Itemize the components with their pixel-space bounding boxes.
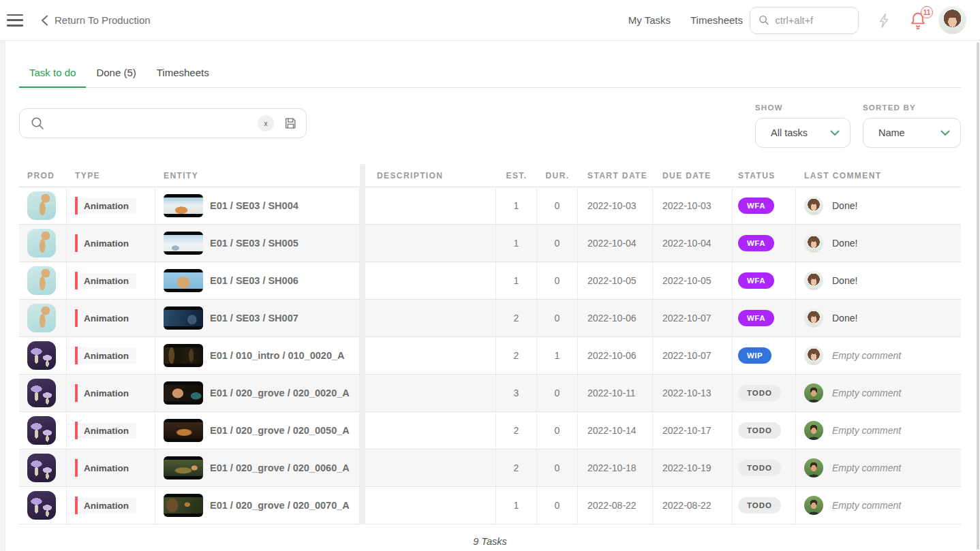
entity-link[interactable]: E01 / 020_grove / 020_0060_A: [210, 462, 350, 473]
table-row[interactable]: Animation E01 / 020_grove / 020_0050_A 2…: [19, 412, 961, 450]
tab-timesheets[interactable]: Timesheets: [147, 60, 219, 88]
entity-link[interactable]: E01 / SE03 / SH004: [210, 200, 298, 211]
task-tabs: Task to do Done (5) Timesheets: [19, 60, 961, 88]
status-badge[interactable]: TODO: [738, 385, 781, 401]
entity-link[interactable]: E01 / 010_intro / 010_0020_A: [210, 350, 345, 361]
window-edge-strip: [0, 20, 5, 551]
start-date-cell: 2022-10-06: [578, 337, 653, 374]
show-select[interactable]: All tasks: [755, 118, 851, 148]
flash-icon: [876, 12, 893, 29]
chevron-down-icon: [940, 130, 950, 136]
estimation-cell: 2: [496, 337, 537, 374]
entity-thumbnail: [164, 456, 203, 479]
production-thumbnail: [27, 491, 56, 520]
table-row[interactable]: Animation E01 / SE03 / SH004 1 0 2022-10…: [19, 187, 961, 225]
entity-link[interactable]: E01 / SE03 / SH006: [210, 275, 298, 286]
entity-link[interactable]: E01 / SE03 / SH007: [210, 313, 298, 324]
status-badge[interactable]: WFA: [738, 235, 774, 251]
due-date-cell: 2022-10-17: [653, 412, 733, 449]
timesheets-link[interactable]: Timesheets: [690, 14, 743, 26]
task-type-badge: Animation: [75, 347, 136, 364]
task-type-label: Animation: [78, 348, 136, 364]
task-type-badge: Animation: [75, 497, 136, 514]
commenter-avatar: [804, 271, 823, 290]
duration-cell: 0: [537, 262, 578, 299]
entity-link[interactable]: E01 / 020_grove / 020_0070_A: [210, 500, 350, 511]
my-tasks-link[interactable]: My Tasks: [628, 14, 671, 26]
entity-link[interactable]: E01 / SE03 / SH005: [210, 238, 298, 249]
header-description: DESCRIPTION: [360, 164, 496, 187]
vertical-scrollbar[interactable]: [977, 42, 979, 550]
global-search-input[interactable]: [776, 15, 850, 26]
start-date-cell: 2022-10-03: [578, 187, 653, 224]
table-row[interactable]: Animation E01 / 020_grove / 020_0060_A 2…: [19, 450, 961, 487]
entity-thumbnail: [164, 194, 203, 217]
task-type-badge: Animation: [75, 384, 136, 402]
filter-search-icon: [31, 116, 44, 130]
status-badge[interactable]: WFA: [738, 272, 774, 289]
tab-task-to-do[interactable]: Task to do: [19, 60, 86, 88]
description-cell: [360, 187, 496, 224]
task-type-badge: Animation: [75, 272, 136, 289]
status-badge[interactable]: TODO: [738, 497, 781, 514]
status-badge[interactable]: TODO: [738, 460, 781, 476]
task-filter-input[interactable]: [51, 118, 258, 129]
due-date-cell: 2022-10-05: [653, 262, 733, 299]
entity-thumbnail: [164, 494, 203, 517]
production-thumbnail: [27, 191, 56, 220]
table-header-row: PROD TYPE ENTITY DESCRIPTION EST. DUR. S…: [19, 164, 961, 187]
status-badge[interactable]: WFA: [738, 198, 774, 214]
entity-link[interactable]: E01 / 020_grove / 020_0050_A: [210, 425, 350, 436]
estimation-cell: 3: [496, 375, 537, 411]
duration-cell: 1: [537, 337, 578, 374]
sorted-by-select[interactable]: Name: [863, 118, 961, 148]
header-status: STATUS: [733, 164, 796, 187]
entity-link[interactable]: E01 / 020_grove / 020_0020_A: [210, 388, 350, 398]
start-date-cell: 2022-10-04: [578, 225, 653, 262]
show-select-value: All tasks: [771, 127, 808, 138]
start-date-cell: 2022-08-22: [578, 487, 653, 524]
duration-cell: 0: [537, 300, 578, 336]
last-comment-text: Done!: [832, 238, 857, 249]
user-avatar[interactable]: [938, 6, 966, 34]
description-cell: [360, 375, 496, 411]
table-row[interactable]: Animation E01 / SE03 / SH005 1 0 2022-10…: [19, 225, 961, 262]
tab-done[interactable]: Done (5): [86, 60, 146, 88]
commenter-avatar: [804, 458, 823, 477]
table-row[interactable]: Animation E01 / 010_intro / 010_0020_A 2…: [19, 337, 961, 375]
table-row[interactable]: Animation E01 / SE03 / SH006 1 0 2022-10…: [19, 262, 961, 300]
entity-thumbnail: [164, 419, 203, 442]
start-date-cell: 2022-10-06: [578, 300, 653, 336]
status-badge[interactable]: TODO: [738, 422, 781, 439]
status-badge[interactable]: WFA: [738, 310, 774, 326]
table-row[interactable]: Animation E01 / 020_grove / 020_0020_A 3…: [19, 375, 961, 412]
description-cell: [360, 225, 496, 262]
estimation-cell: 1: [496, 225, 537, 262]
production-thumbnail: [27, 266, 56, 295]
menu-icon[interactable]: [7, 14, 23, 27]
task-type-badge: Animation: [75, 309, 136, 327]
back-to-production-link[interactable]: Return To Production: [41, 14, 151, 26]
table-row[interactable]: Animation E01 / SE03 / SH007 2 0 2022-10…: [19, 300, 961, 337]
estimation-cell: 1: [496, 487, 537, 524]
header-start-date: START DATE: [578, 164, 653, 187]
save-filter-button[interactable]: [284, 116, 297, 130]
production-thumbnail: [27, 416, 56, 445]
due-date-cell: 2022-10-07: [653, 300, 733, 336]
status-badge[interactable]: WIP: [738, 347, 771, 364]
task-type-badge: Animation: [75, 197, 136, 215]
description-cell: [360, 487, 496, 524]
clear-filter-button[interactable]: x: [258, 115, 274, 131]
task-type-label: Animation: [78, 311, 136, 326]
column-resize-handle[interactable]: [360, 164, 365, 524]
duration-cell: 0: [537, 187, 578, 224]
estimation-cell: 2: [496, 450, 537, 486]
table-row[interactable]: Animation E01 / 020_grove / 020_0070_A 1…: [19, 487, 961, 524]
commenter-avatar: [804, 346, 823, 365]
task-type-label: Animation: [78, 460, 136, 476]
commenter-avatar: [804, 383, 823, 403]
task-type-badge: Animation: [75, 459, 136, 477]
task-type-label: Animation: [78, 423, 136, 439]
due-date-cell: 2022-10-07: [653, 337, 733, 374]
quick-search-shortcut-button[interactable]: [876, 12, 893, 29]
